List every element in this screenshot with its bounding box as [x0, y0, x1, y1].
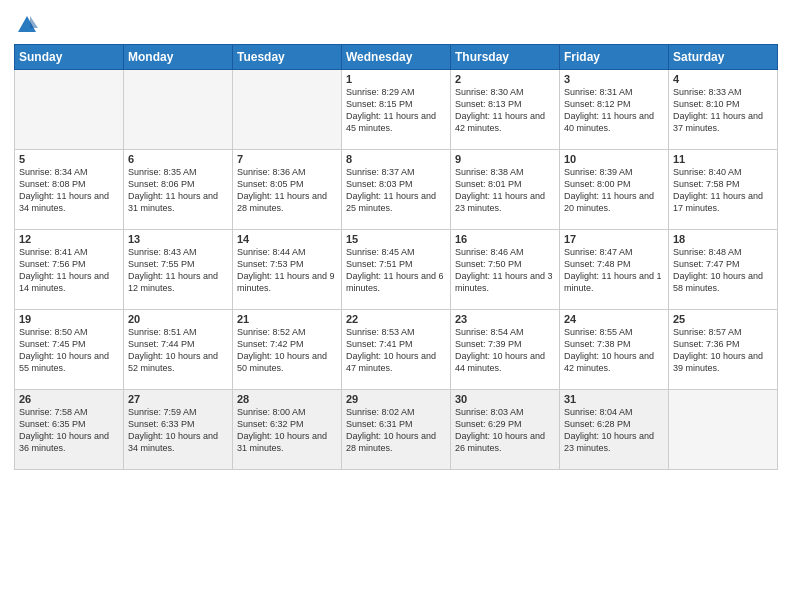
- day-number: 29: [346, 393, 446, 405]
- day-number: 15: [346, 233, 446, 245]
- calendar-cell: 4Sunrise: 8:33 AM Sunset: 8:10 PM Daylig…: [669, 70, 778, 150]
- cell-content: Sunrise: 8:47 AM Sunset: 7:48 PM Dayligh…: [564, 246, 664, 295]
- day-number: 12: [19, 233, 119, 245]
- logo-icon: [16, 14, 38, 36]
- calendar-cell: 10Sunrise: 8:39 AM Sunset: 8:00 PM Dayli…: [560, 150, 669, 230]
- day-number: 28: [237, 393, 337, 405]
- cell-content: Sunrise: 7:58 AM Sunset: 6:35 PM Dayligh…: [19, 406, 119, 455]
- calendar-table: SundayMondayTuesdayWednesdayThursdayFrid…: [14, 44, 778, 470]
- calendar-cell: 6Sunrise: 8:35 AM Sunset: 8:06 PM Daylig…: [124, 150, 233, 230]
- cell-content: Sunrise: 8:38 AM Sunset: 8:01 PM Dayligh…: [455, 166, 555, 215]
- day-header-sunday: Sunday: [15, 45, 124, 70]
- calendar-week-5: 26Sunrise: 7:58 AM Sunset: 6:35 PM Dayli…: [15, 390, 778, 470]
- svg-marker-1: [30, 16, 38, 28]
- day-number: 30: [455, 393, 555, 405]
- day-number: 27: [128, 393, 228, 405]
- calendar-cell: 15Sunrise: 8:45 AM Sunset: 7:51 PM Dayli…: [342, 230, 451, 310]
- cell-content: Sunrise: 8:55 AM Sunset: 7:38 PM Dayligh…: [564, 326, 664, 375]
- day-number: 31: [564, 393, 664, 405]
- calendar-cell: 8Sunrise: 8:37 AM Sunset: 8:03 PM Daylig…: [342, 150, 451, 230]
- calendar-cell: 18Sunrise: 8:48 AM Sunset: 7:47 PM Dayli…: [669, 230, 778, 310]
- day-number: 9: [455, 153, 555, 165]
- calendar-cell: 2Sunrise: 8:30 AM Sunset: 8:13 PM Daylig…: [451, 70, 560, 150]
- cell-content: Sunrise: 8:02 AM Sunset: 6:31 PM Dayligh…: [346, 406, 446, 455]
- day-header-saturday: Saturday: [669, 45, 778, 70]
- calendar-week-3: 12Sunrise: 8:41 AM Sunset: 7:56 PM Dayli…: [15, 230, 778, 310]
- calendar-cell: [233, 70, 342, 150]
- calendar-cell: 5Sunrise: 8:34 AM Sunset: 8:08 PM Daylig…: [15, 150, 124, 230]
- cell-content: Sunrise: 8:51 AM Sunset: 7:44 PM Dayligh…: [128, 326, 228, 375]
- day-number: 4: [673, 73, 773, 85]
- calendar-cell: 11Sunrise: 8:40 AM Sunset: 7:58 PM Dayli…: [669, 150, 778, 230]
- day-number: 23: [455, 313, 555, 325]
- calendar-cell: 27Sunrise: 7:59 AM Sunset: 6:33 PM Dayli…: [124, 390, 233, 470]
- cell-content: Sunrise: 8:29 AM Sunset: 8:15 PM Dayligh…: [346, 86, 446, 135]
- day-number: 16: [455, 233, 555, 245]
- cell-content: Sunrise: 8:54 AM Sunset: 7:39 PM Dayligh…: [455, 326, 555, 375]
- day-number: 7: [237, 153, 337, 165]
- day-number: 6: [128, 153, 228, 165]
- calendar-week-2: 5Sunrise: 8:34 AM Sunset: 8:08 PM Daylig…: [15, 150, 778, 230]
- logo: [14, 14, 38, 36]
- cell-content: Sunrise: 8:43 AM Sunset: 7:55 PM Dayligh…: [128, 246, 228, 295]
- calendar-cell: [669, 390, 778, 470]
- cell-content: Sunrise: 8:50 AM Sunset: 7:45 PM Dayligh…: [19, 326, 119, 375]
- calendar-cell: 3Sunrise: 8:31 AM Sunset: 8:12 PM Daylig…: [560, 70, 669, 150]
- calendar-week-1: 1Sunrise: 8:29 AM Sunset: 8:15 PM Daylig…: [15, 70, 778, 150]
- day-number: 5: [19, 153, 119, 165]
- day-number: 13: [128, 233, 228, 245]
- day-number: 3: [564, 73, 664, 85]
- calendar-header-row: SundayMondayTuesdayWednesdayThursdayFrid…: [15, 45, 778, 70]
- cell-content: Sunrise: 8:35 AM Sunset: 8:06 PM Dayligh…: [128, 166, 228, 215]
- day-number: 8: [346, 153, 446, 165]
- cell-content: Sunrise: 8:34 AM Sunset: 8:08 PM Dayligh…: [19, 166, 119, 215]
- day-number: 18: [673, 233, 773, 245]
- calendar-cell: 19Sunrise: 8:50 AM Sunset: 7:45 PM Dayli…: [15, 310, 124, 390]
- cell-content: Sunrise: 8:04 AM Sunset: 6:28 PM Dayligh…: [564, 406, 664, 455]
- cell-content: Sunrise: 8:36 AM Sunset: 8:05 PM Dayligh…: [237, 166, 337, 215]
- cell-content: Sunrise: 8:39 AM Sunset: 8:00 PM Dayligh…: [564, 166, 664, 215]
- cell-content: Sunrise: 8:57 AM Sunset: 7:36 PM Dayligh…: [673, 326, 773, 375]
- day-header-tuesday: Tuesday: [233, 45, 342, 70]
- cell-content: Sunrise: 8:48 AM Sunset: 7:47 PM Dayligh…: [673, 246, 773, 295]
- cell-content: Sunrise: 8:41 AM Sunset: 7:56 PM Dayligh…: [19, 246, 119, 295]
- calendar-cell: 29Sunrise: 8:02 AM Sunset: 6:31 PM Dayli…: [342, 390, 451, 470]
- calendar-cell: 20Sunrise: 8:51 AM Sunset: 7:44 PM Dayli…: [124, 310, 233, 390]
- day-number: 20: [128, 313, 228, 325]
- day-number: 14: [237, 233, 337, 245]
- calendar-cell: 14Sunrise: 8:44 AM Sunset: 7:53 PM Dayli…: [233, 230, 342, 310]
- calendar-cell: 7Sunrise: 8:36 AM Sunset: 8:05 PM Daylig…: [233, 150, 342, 230]
- day-header-friday: Friday: [560, 45, 669, 70]
- day-number: 10: [564, 153, 664, 165]
- cell-content: Sunrise: 8:44 AM Sunset: 7:53 PM Dayligh…: [237, 246, 337, 295]
- cell-content: Sunrise: 7:59 AM Sunset: 6:33 PM Dayligh…: [128, 406, 228, 455]
- cell-content: Sunrise: 8:33 AM Sunset: 8:10 PM Dayligh…: [673, 86, 773, 135]
- day-header-wednesday: Wednesday: [342, 45, 451, 70]
- cell-content: Sunrise: 8:31 AM Sunset: 8:12 PM Dayligh…: [564, 86, 664, 135]
- calendar-cell: 30Sunrise: 8:03 AM Sunset: 6:29 PM Dayli…: [451, 390, 560, 470]
- cell-content: Sunrise: 8:40 AM Sunset: 7:58 PM Dayligh…: [673, 166, 773, 215]
- calendar-cell: 21Sunrise: 8:52 AM Sunset: 7:42 PM Dayli…: [233, 310, 342, 390]
- cell-content: Sunrise: 8:00 AM Sunset: 6:32 PM Dayligh…: [237, 406, 337, 455]
- day-number: 17: [564, 233, 664, 245]
- cell-content: Sunrise: 8:30 AM Sunset: 8:13 PM Dayligh…: [455, 86, 555, 135]
- calendar-cell: 13Sunrise: 8:43 AM Sunset: 7:55 PM Dayli…: [124, 230, 233, 310]
- calendar-week-4: 19Sunrise: 8:50 AM Sunset: 7:45 PM Dayli…: [15, 310, 778, 390]
- calendar-cell: 22Sunrise: 8:53 AM Sunset: 7:41 PM Dayli…: [342, 310, 451, 390]
- day-number: 19: [19, 313, 119, 325]
- cell-content: Sunrise: 8:53 AM Sunset: 7:41 PM Dayligh…: [346, 326, 446, 375]
- calendar-cell: [124, 70, 233, 150]
- cell-content: Sunrise: 8:03 AM Sunset: 6:29 PM Dayligh…: [455, 406, 555, 455]
- cell-content: Sunrise: 8:45 AM Sunset: 7:51 PM Dayligh…: [346, 246, 446, 295]
- day-number: 2: [455, 73, 555, 85]
- calendar-cell: 1Sunrise: 8:29 AM Sunset: 8:15 PM Daylig…: [342, 70, 451, 150]
- calendar-cell: [15, 70, 124, 150]
- cell-content: Sunrise: 8:46 AM Sunset: 7:50 PM Dayligh…: [455, 246, 555, 295]
- day-number: 24: [564, 313, 664, 325]
- day-number: 26: [19, 393, 119, 405]
- page-header: [14, 10, 778, 36]
- day-header-thursday: Thursday: [451, 45, 560, 70]
- day-header-monday: Monday: [124, 45, 233, 70]
- day-number: 25: [673, 313, 773, 325]
- calendar-cell: 28Sunrise: 8:00 AM Sunset: 6:32 PM Dayli…: [233, 390, 342, 470]
